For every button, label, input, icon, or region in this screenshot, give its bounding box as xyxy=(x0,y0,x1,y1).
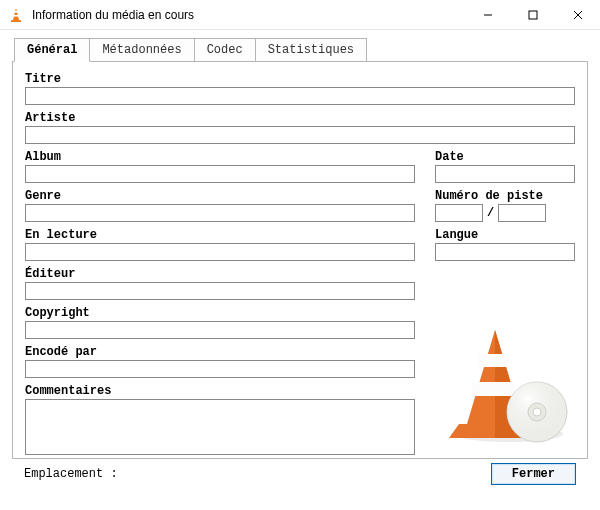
album-input[interactable] xyxy=(25,165,415,183)
tab-stats[interactable]: Statistiques xyxy=(255,38,367,62)
svg-rect-5 xyxy=(529,11,537,19)
svg-rect-1 xyxy=(14,11,18,13)
location-label: Emplacement : xyxy=(24,467,118,481)
label-artist: Artiste xyxy=(25,111,575,125)
svg-rect-11 xyxy=(478,354,509,367)
tab-metadata[interactable]: Métadonnées xyxy=(89,38,194,62)
close-button[interactable]: Fermer xyxy=(491,463,576,485)
maximize-button[interactable] xyxy=(510,0,555,30)
language-input[interactable] xyxy=(435,243,575,261)
svg-rect-2 xyxy=(14,15,19,17)
genre-input[interactable] xyxy=(25,204,415,222)
encodedby-input[interactable] xyxy=(25,360,415,378)
label-nowplaying: En lecture xyxy=(25,228,415,242)
tab-general[interactable]: Général xyxy=(14,38,90,62)
label-publisher: Éditeur xyxy=(25,267,575,281)
artist-input[interactable] xyxy=(25,126,575,144)
label-date: Date xyxy=(435,150,575,164)
vlc-cone-icon xyxy=(8,7,24,23)
svg-rect-3 xyxy=(11,20,21,22)
title-input[interactable] xyxy=(25,87,575,105)
label-genre: Genre xyxy=(25,189,415,203)
close-window-button[interactable] xyxy=(555,0,600,30)
tabs: Général Métadonnées Codec Statistiques xyxy=(14,38,588,62)
panel-general: Titre Artiste Album Date Genre Numéro de… xyxy=(12,61,588,459)
svg-rect-12 xyxy=(472,382,515,396)
minimize-button[interactable] xyxy=(465,0,510,30)
date-input[interactable] xyxy=(435,165,575,183)
label-album: Album xyxy=(25,150,415,164)
label-title: Titre xyxy=(25,72,575,86)
label-language: Langue xyxy=(435,228,575,242)
svg-point-16 xyxy=(533,408,541,416)
tab-codec[interactable]: Codec xyxy=(194,38,256,62)
track-number-input[interactable] xyxy=(435,204,483,222)
comments-input[interactable] xyxy=(25,399,415,455)
svg-marker-0 xyxy=(13,8,19,20)
titlebar: Information du média en cours xyxy=(0,0,600,30)
copyright-input[interactable] xyxy=(25,321,415,339)
track-total-input[interactable] xyxy=(498,204,546,222)
track-separator: / xyxy=(487,206,494,220)
window-title: Information du média en cours xyxy=(32,8,465,22)
window-controls xyxy=(465,0,600,30)
nowplaying-input[interactable] xyxy=(25,243,415,261)
publisher-input[interactable] xyxy=(25,282,415,300)
album-art-placeholder xyxy=(445,316,573,444)
label-track: Numéro de piste xyxy=(435,189,575,203)
